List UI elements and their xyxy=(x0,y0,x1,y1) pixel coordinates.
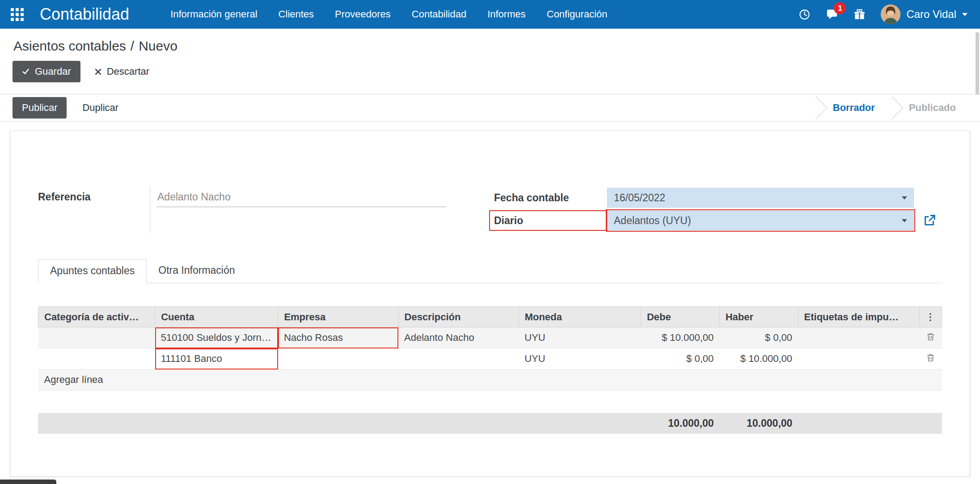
accounting-date-value: 16/05/2022 xyxy=(614,192,665,204)
top-navbar: Contabilidad Información general Cliente… xyxy=(0,0,980,29)
cell-account[interactable]: 111101 Banco xyxy=(155,348,278,369)
status-step-draft[interactable]: Borrador xyxy=(820,102,887,114)
tab-apuntes-contables[interactable]: Apuntes contables xyxy=(38,259,147,283)
accounting-date-label: Fecha contable xyxy=(490,188,607,208)
cell-credit[interactable]: $ 10.000,00 xyxy=(719,348,798,369)
reference-input[interactable] xyxy=(156,189,446,207)
journal-items-table: Categoría de activ… Cuenta Empresa Descr… xyxy=(38,306,942,391)
activities-button[interactable] xyxy=(798,8,811,21)
table-header-row: Categoría de activ… Cuenta Empresa Descr… xyxy=(38,307,942,327)
main-menu: Información general Clientes Proveedores… xyxy=(170,8,607,20)
cell-asset-category[interactable] xyxy=(38,348,155,369)
col-header-debit: Debe xyxy=(641,307,719,327)
breadcrumb-parent[interactable]: Asientos contables xyxy=(13,38,126,53)
external-link-icon xyxy=(923,214,936,227)
cell-currency[interactable]: UYU xyxy=(519,348,641,369)
cell-label[interactable] xyxy=(398,348,519,369)
nav-item-informes[interactable]: Informes xyxy=(487,8,526,20)
cell-currency[interactable]: UYU xyxy=(519,327,641,348)
nav-item-proveedores[interactable]: Proveedores xyxy=(335,8,391,20)
state-widget: Borrador Publicado xyxy=(811,94,968,121)
accounting-date-field[interactable]: 16/05/2022 xyxy=(607,188,914,208)
journal-label: Diario xyxy=(490,211,607,230)
cell-debit[interactable]: $ 10.000,00 xyxy=(641,327,719,348)
post-button[interactable]: Publicar xyxy=(13,97,67,119)
nav-item-contabilidad[interactable]: Contabilidad xyxy=(412,8,466,20)
trash-icon xyxy=(926,332,935,341)
app-name[interactable]: Contabilidad xyxy=(40,5,129,24)
delete-row-button[interactable] xyxy=(926,332,935,344)
delete-row-button[interactable] xyxy=(926,353,935,365)
nav-item-clientes[interactable]: Clientes xyxy=(279,8,314,20)
cell-account[interactable]: 510100 Sueldos y Jorn… xyxy=(155,327,278,348)
tab-otra-informacion[interactable]: Otra Información xyxy=(147,259,246,283)
total-debit: 10.000,00 xyxy=(641,413,720,434)
statusbar: Publicar Duplicar Borrador Publicado xyxy=(0,94,980,122)
discard-button-label: Descartar xyxy=(107,66,149,77)
trash-icon xyxy=(926,353,935,362)
message-counter-badge: 1 xyxy=(834,2,846,14)
breadcrumb-separator: / xyxy=(131,38,134,53)
reference-label: Referencia xyxy=(38,187,150,233)
form-header-grid: Referencia Fecha contable 16/05/2022 Dia… xyxy=(38,187,942,233)
discard-button[interactable]: Descartar xyxy=(91,61,159,82)
col-header-tax-tags: Etiquetas de impu… xyxy=(798,307,919,327)
bottom-left-bar xyxy=(0,480,56,484)
form-view-container: Referencia Fecha contable 16/05/2022 Dia… xyxy=(0,122,980,477)
check-icon xyxy=(22,68,30,76)
col-header-credit: Haber xyxy=(719,307,798,327)
col-header-asset-category: Categoría de activ… xyxy=(38,307,155,327)
totals-row: 10.000,00 10.000,00 xyxy=(38,413,942,434)
journal-field[interactable]: Adelantos (UYU) xyxy=(607,211,914,230)
reference-field-cell xyxy=(150,187,446,233)
row-actions-cell xyxy=(919,348,942,369)
gift-icon xyxy=(853,8,866,21)
form-sheet: Referencia Fecha contable 16/05/2022 Dia… xyxy=(10,131,970,477)
cell-asset-category[interactable] xyxy=(38,327,155,348)
col-header-options xyxy=(919,307,942,327)
open-journal-button[interactable] xyxy=(923,214,936,227)
nav-item-configuracion[interactable]: Configuración xyxy=(547,8,608,20)
scrollbar-thumb[interactable] xyxy=(976,32,979,95)
status-step-posted[interactable]: Publicado xyxy=(896,102,968,114)
status-chevron-separator xyxy=(804,97,827,119)
status-chevron-separator xyxy=(880,97,903,119)
col-header-partner: Empresa xyxy=(278,307,398,327)
journal-item-row: 111101 Banco UYU $ 0,00 $ 10.000,00 xyxy=(38,348,942,369)
row-actions-cell xyxy=(919,327,942,348)
col-header-label: Descripción xyxy=(398,307,519,327)
cell-partner[interactable]: Nacho Rosas xyxy=(278,327,398,348)
avatar xyxy=(881,4,900,24)
save-button[interactable]: Guardar xyxy=(13,61,80,82)
journal-row: Diario Adelantos (UYU) xyxy=(490,210,942,231)
cell-tax-tags[interactable] xyxy=(798,348,919,369)
record-action-row: Guardar Descartar xyxy=(13,61,980,82)
x-icon xyxy=(94,68,102,76)
optional-columns-button[interactable] xyxy=(925,313,936,321)
journal-value: Adelantos (UYU) xyxy=(614,215,691,227)
nav-item-informacion-general[interactable]: Información general xyxy=(170,8,257,20)
cell-debit[interactable]: $ 0,00 xyxy=(641,348,719,369)
cell-partner[interactable] xyxy=(278,348,398,369)
col-header-currency: Moneda xyxy=(519,307,641,327)
gift-button[interactable] xyxy=(853,8,866,21)
dropdown-caret-icon xyxy=(902,196,907,200)
breadcrumb-current: Nuevo xyxy=(139,38,177,53)
cell-label[interactable]: Adelanto Nacho xyxy=(398,327,519,348)
dropdown-caret-icon xyxy=(902,219,907,222)
notebook-tabs: Apuntes contables Otra Información xyxy=(38,259,942,283)
apps-grid-icon xyxy=(11,8,14,11)
messages-button[interactable]: 1 xyxy=(826,8,838,21)
breadcrumb: Asientos contables/Nuevo xyxy=(13,38,980,54)
apps-menu-button[interactable] xyxy=(11,8,24,21)
cell-credit[interactable]: $ 0,00 xyxy=(719,327,798,348)
caret-down-icon xyxy=(962,13,967,16)
user-menu[interactable]: Caro Vidal xyxy=(881,4,967,24)
add-line-button[interactable]: Agregar línea xyxy=(38,369,942,391)
cell-tax-tags[interactable] xyxy=(798,327,919,348)
col-header-account: Cuenta xyxy=(155,307,278,327)
user-name: Caro Vidal xyxy=(906,8,956,21)
duplicate-button-label: Duplicar xyxy=(82,102,118,114)
duplicate-button[interactable]: Duplicar xyxy=(79,97,128,119)
journal-item-row: 510100 Sueldos y Jorn… Nacho Rosas Adela… xyxy=(38,327,942,348)
